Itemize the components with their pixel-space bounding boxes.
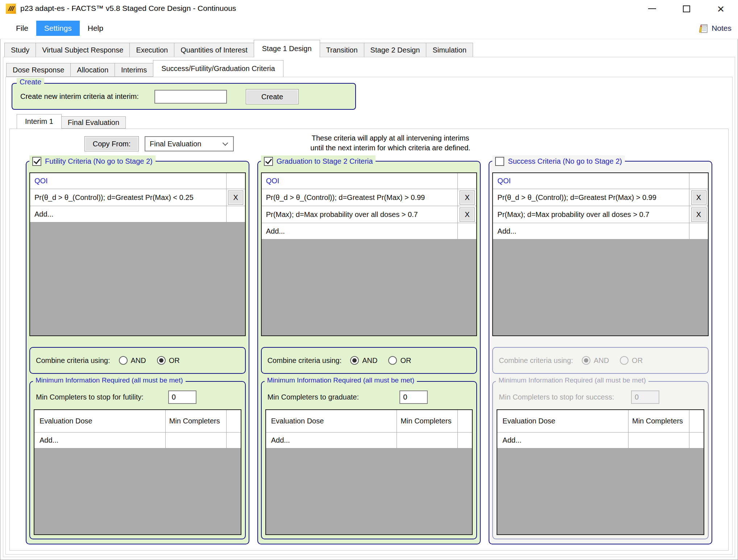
and-radio: AND [582, 356, 609, 365]
create-button[interactable]: Create [246, 89, 299, 104]
tab-simulation[interactable]: Simulation [426, 43, 473, 57]
notes-button[interactable]: Notes [698, 23, 731, 34]
copy-from-row: Copy From: Final Evaluation These criter… [10, 135, 728, 152]
min-completers-header: Min Completers [165, 410, 226, 432]
criteria-note-line2: until the next interim for which criteri… [235, 143, 546, 153]
and-radio-circle [350, 356, 359, 365]
add-dose-row[interactable]: Add... [497, 432, 704, 448]
min-completers-input[interactable] [399, 390, 428, 404]
min-completers-label: Min Completers to stop for futility: [36, 393, 144, 401]
futility-enabled-checkbox[interactable] [32, 157, 41, 166]
min-completers-input[interactable] [168, 390, 196, 404]
add-dose-label: Add... [34, 432, 165, 448]
min-info-title: Minimum Information Required (all must b… [496, 376, 648, 384]
menu-bar: File Settings Help Notes [0, 17, 738, 39]
delete-criterion-button[interactable]: X [460, 191, 475, 205]
success-enabled-checkbox[interactable] [495, 157, 504, 166]
tab-quantities-of-interest[interactable]: Quantities of Interest [174, 43, 254, 57]
criterion-row[interactable]: Pr(θ_d > θ_(Control)); d=Greatest Pr(Max… [493, 189, 708, 206]
eval-dose-header: Evaluation Dose [497, 410, 628, 432]
criterion-row[interactable]: Pr(Max); d=Max probability over all dose… [262, 206, 477, 223]
add-dose-row[interactable]: Add... [266, 432, 472, 448]
criterion-text: Pr(θ_d > θ_(Control)); d=Greatest Pr(Max… [30, 189, 226, 206]
tab-interim-1[interactable]: Interim 1 [17, 114, 62, 129]
add-dose-action-cell [457, 432, 472, 448]
dose-table-filler [34, 448, 241, 534]
interim-1-page: Copy From: Final Evaluation These criter… [9, 129, 729, 551]
add-dose-row[interactable]: Add... [34, 432, 241, 448]
criterion-text: Pr(Max); d=Max probability over all dose… [493, 206, 689, 223]
create-interim-input[interactable] [154, 90, 227, 104]
subtab-interims[interactable]: Interims [115, 63, 153, 77]
panel-futility-criteria: Futility Criteria (No go to Stage 2) QOI… [26, 161, 249, 544]
stage-1-design-page: Dose Response Allocation Interims Succes… [3, 57, 735, 557]
menu-item-settings[interactable]: Settings [36, 21, 80, 36]
and-radio[interactable]: AND [119, 356, 146, 365]
copy-from-dropdown[interactable]: Final Evaluation [145, 136, 234, 151]
and-radio[interactable]: AND [350, 356, 377, 365]
delete-criterion-button[interactable]: X [691, 208, 706, 222]
subtab-success-futility-graduation-criteria[interactable]: Success/Futility/Graduation Criteria [153, 60, 283, 77]
menu-item-file[interactable]: File [8, 21, 36, 36]
add-criterion-action-cell [689, 223, 708, 239]
add-criterion-row[interactable]: Add... [30, 206, 245, 222]
tab-transition[interactable]: Transition [320, 43, 364, 57]
futility-qoi-table: QOI Pr(θ_d > θ_(Control)); d=Greatest Pr… [29, 172, 246, 336]
delete-criterion-button[interactable]: X [228, 191, 243, 205]
maximize-icon [683, 5, 690, 12]
delete-criterion-button[interactable]: X [691, 191, 706, 205]
min-completers-input [631, 390, 659, 404]
add-criterion-row[interactable]: Add... [262, 223, 477, 239]
qoi-header: QOI [493, 173, 689, 189]
criterion-row[interactable]: Pr(Max); d=Max probability over all dose… [493, 206, 708, 223]
or-radio[interactable]: OR [388, 356, 411, 365]
min-completers-header: Min Completers [628, 410, 689, 432]
tab-final-evaluation[interactable]: Final Evaluation [61, 116, 126, 129]
combine-label: Combine criteria using: [36, 356, 110, 365]
futility-panel-title: Futility Criteria (No go to Stage 2) [45, 157, 153, 166]
and-radio-circle [582, 356, 590, 365]
add-criterion-row[interactable]: Add... [493, 223, 708, 239]
tab-study[interactable]: Study [4, 43, 36, 57]
futility-panel-legend: Futility Criteria (No go to Stage 2) [29, 155, 156, 167]
evaluation-dose-table: Evaluation Dose Min Completers Add... [34, 409, 241, 535]
qoi-header-action-cell [689, 173, 708, 189]
min-info-title: Minimum Information Required (all must b… [33, 376, 186, 384]
eval-dose-header: Evaluation Dose [34, 410, 165, 432]
success-combine-group: Combine criteria using: AND OR [492, 347, 709, 374]
tab-execution[interactable]: Execution [129, 43, 174, 57]
chevron-down-icon [223, 140, 228, 146]
futility-combine-group: Combine criteria using: AND OR [29, 347, 246, 374]
qoi-header-row: QOI [493, 173, 708, 189]
create-interim-label: Create new interim criteria at interim: [20, 92, 139, 101]
panel-graduation-criteria: Graduation to Stage 2 Criteria QOI Pr(θ_… [257, 161, 481, 544]
graduation-panel-legend: Graduation to Stage 2 Criteria [261, 155, 376, 167]
dose-table-filler [266, 448, 472, 534]
evaluation-dose-table: Evaluation Dose Min Completers Add... [497, 409, 704, 535]
close-button[interactable]: × [704, 0, 738, 17]
subtab-dose-response[interactable]: Dose Response [6, 63, 71, 77]
subtab-allocation[interactable]: Allocation [70, 63, 115, 77]
or-radio[interactable]: OR [157, 356, 180, 365]
menu-item-help[interactable]: Help [80, 21, 111, 36]
and-radio-label: AND [362, 356, 377, 365]
minimize-button[interactable] [635, 0, 669, 17]
qoi-table-filler [30, 222, 245, 335]
criterion-row[interactable]: Pr(θ_d > θ_(Control)); d=Greatest Pr(Max… [262, 189, 477, 206]
delete-criterion-button[interactable]: X [460, 208, 475, 222]
maximize-button[interactable] [669, 0, 704, 17]
qoi-table-filler [262, 239, 477, 335]
dose-table-action-header [457, 410, 472, 432]
tab-stage-2-design[interactable]: Stage 2 Design [364, 43, 427, 57]
tab-virtual-subject-response[interactable]: Virtual Subject Response [36, 43, 130, 57]
copy-from-button[interactable]: Copy From: [84, 136, 139, 151]
min-info-title: Minimum Information Required (all must b… [265, 376, 417, 384]
tab-stage-1-design[interactable]: Stage 1 Design [254, 40, 320, 57]
success-panel-legend: Success Criteria (No go to Stage 2) [492, 155, 625, 167]
app-icon [6, 4, 16, 14]
criterion-row[interactable]: Pr(θ_d > θ_(Control)); d=Greatest Pr(Max… [30, 189, 245, 206]
add-dose-action-cell [689, 432, 704, 448]
and-radio-label: AND [131, 356, 146, 365]
qoi-header-row: QOI [262, 173, 477, 189]
graduation-enabled-checkbox[interactable] [264, 157, 273, 166]
